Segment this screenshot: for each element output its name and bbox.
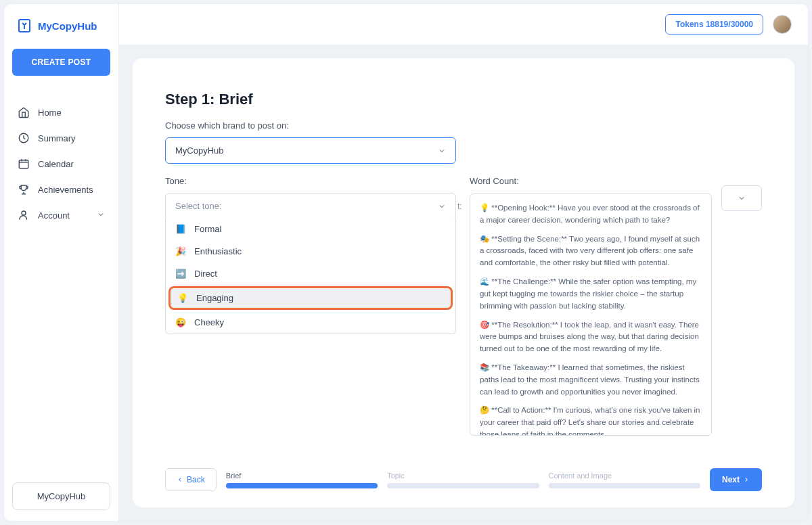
tone-option-label: Direct (194, 269, 217, 279)
tone-dropdown: 📘 Formal 🎉 Enthusiastic ➡️ Direct 💡 (165, 218, 456, 334)
sidebar: MyCopyHub CREATE POST Home Summary Cal (4, 4, 119, 521)
tone-option-formal[interactable]: 📘 Formal (166, 218, 455, 240)
summary-icon (18, 132, 30, 144)
content-paragraph: 🤔 **Call to Action:** I'm curious, what'… (480, 405, 702, 436)
main-area: Tokens 18819/30000 Step 1: Brief Choose … (119, 4, 808, 521)
brand-logo-icon (16, 18, 32, 34)
user-icon (18, 209, 30, 221)
sidebar-item-achievements[interactable]: Achievements (12, 177, 110, 202)
tone-select-placeholder: Select tone: (175, 201, 222, 211)
content-paragraph: 🎭 **Setting the Scene:** Two years ago, … (480, 233, 702, 269)
content-paragraph: 🌊 **The Challenge:** While the safer opt… (480, 276, 702, 312)
word-count-column: Word Count: 💡 **Opening Hook:** Have you… (470, 176, 762, 219)
tokens-badge[interactable]: Tokens 18819/30000 (665, 14, 763, 35)
tone-column: Tone: Select tone: t: 📘 Formal (165, 176, 456, 219)
content-paragraph: 🎯 **The Resolution:** I took the leap, a… (480, 319, 702, 355)
svg-point-3 (22, 211, 26, 215)
content-paragraph: 💡 **Opening Hook:** Have you ever stood … (480, 202, 702, 227)
progress-step-label: Content and Image (549, 472, 700, 480)
sidebar-item-home[interactable]: Home (12, 99, 110, 125)
chevron-down-icon (438, 147, 446, 155)
tone-emoji: 📘 (175, 224, 186, 234)
sidebar-item-summary[interactable]: Summary (12, 125, 110, 151)
topbar: Tokens 18819/30000 (119, 4, 808, 45)
word-count-select[interactable] (721, 185, 762, 211)
sidebar-item-calendar[interactable]: Calendar (12, 151, 110, 177)
next-button-label: Next (722, 475, 740, 484)
trophy-icon (18, 183, 30, 196)
progress-step-label: Topic (387, 472, 539, 480)
sidebar-item-label: Achievements (38, 185, 93, 195)
brand-logo-row[interactable]: MyCopyHub (12, 18, 110, 34)
content-preview-panel: 💡 **Opening Hook:** Have you ever stood … (470, 193, 712, 436)
chevron-down-icon (738, 194, 746, 202)
sidebar-footer-button[interactable]: MyCopyHub (12, 482, 110, 510)
svg-rect-2 (19, 160, 28, 168)
avatar[interactable] (773, 15, 792, 34)
tone-option-label: Engaging (196, 293, 233, 303)
brand-name: MyCopyHub (38, 20, 97, 32)
sidebar-item-label: Calendar (38, 159, 74, 169)
word-count-label: Word Count: (470, 176, 762, 186)
back-button-label: Back (187, 475, 205, 484)
brief-card: Step 1: Brief Choose which brand to post… (133, 58, 794, 507)
chevron-down-icon (438, 202, 446, 210)
chevron-down-icon (97, 210, 105, 221)
brand-field-label: Choose which brand to post on: (165, 120, 762, 131)
content-paragraph: 📚 **The Takeaway:** I learned that somet… (480, 362, 702, 398)
tone-option-label: Cheeky (194, 317, 224, 327)
calendar-icon (18, 158, 30, 170)
back-button[interactable]: Back (165, 468, 217, 491)
step-title: Step 1: Brief (165, 91, 762, 108)
tone-emoji: 💡 (177, 293, 188, 303)
home-icon (18, 106, 30, 118)
sidebar-item-label: Home (38, 108, 62, 118)
tone-emoji: 🎉 (175, 246, 186, 256)
tone-select[interactable]: Select tone: (165, 193, 456, 219)
progress-bar (387, 483, 539, 488)
create-post-button[interactable]: CREATE POST (12, 49, 110, 76)
tone-option-cheeky[interactable]: 😜 Cheeky (166, 311, 455, 334)
nav-list: Home Summary Calendar Achievements (12, 99, 110, 228)
tone-option-direct[interactable]: ➡️ Direct (166, 262, 455, 285)
sidebar-item-account[interactable]: Account (12, 202, 110, 228)
next-button[interactable]: Next (710, 468, 762, 491)
progress-steps: Brief Topic Content and Image (226, 472, 700, 488)
tone-option-enthusiastic[interactable]: 🎉 Enthusiastic (166, 240, 455, 262)
progress-step-content: Content and Image (549, 472, 700, 488)
brand-select-value: MyCopyHub (175, 145, 224, 156)
sidebar-item-label: Summary (38, 133, 76, 143)
tone-option-label: Enthusiastic (194, 246, 242, 256)
tone-emoji: ➡️ (175, 269, 186, 279)
brand-select[interactable]: MyCopyHub (165, 137, 456, 164)
tone-option-label: Formal (194, 224, 221, 234)
chevron-right-icon (743, 476, 750, 483)
sidebar-item-label: Account (38, 210, 70, 221)
progress-step-topic: Topic (387, 472, 539, 488)
tone-option-engaging[interactable]: 💡 Engaging (168, 286, 453, 310)
tone-label: Tone: (165, 176, 456, 186)
card-footer: Back Brief Topic Content and Image (165, 455, 762, 491)
progress-step-label: Brief (226, 472, 378, 480)
progress-bar (549, 483, 700, 488)
truncated-label: t: (457, 202, 462, 211)
progress-step-brief: Brief (226, 472, 378, 488)
chevron-left-icon (177, 476, 183, 483)
tone-emoji: 😜 (175, 317, 186, 327)
progress-bar (226, 483, 378, 488)
